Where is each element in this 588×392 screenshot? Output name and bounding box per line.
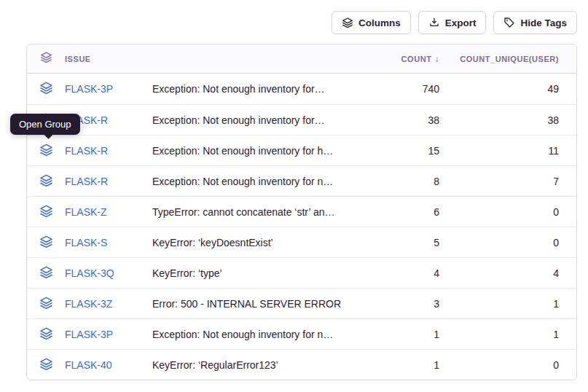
open-group-button[interactable] [38,203,55,222]
group-icon-cell [27,233,65,252]
issue-key-link[interactable]: FLASK-40 [65,359,152,371]
columns-button[interactable]: Columns [332,11,411,34]
count-unique-value: 0 [454,237,576,248]
open-group-button[interactable] [38,172,55,191]
issue-title: Exception: Not enough inventory for n… [152,329,372,340]
issue-title: KeyError: ‘RegularError123’ [152,359,372,371]
stack-layers-icon [40,51,52,66]
group-icon-cell [27,264,65,283]
table-row: FLASK-R Exception: Not enough inventory … [27,165,576,196]
count-value: 15 [372,145,454,157]
issue-key-link[interactable]: FLASK-3Z [65,298,152,310]
issue-key-link[interactable]: FLASK-Z [65,206,152,218]
open-group-button[interactable] [38,325,55,344]
count-unique-column-header: COUNT_UNIQUE(USER) [454,55,576,63]
count-header-label: COUNT [401,55,432,63]
issue-title: KeyError: ‘keyDoesntExist’ [152,237,372,248]
issue-key-link[interactable]: FLASK-S [65,237,152,248]
sort-descending-icon: ↓ [434,54,439,64]
table-row: FLASK-R Exception: Not enough inventory … [27,104,576,135]
tag-icon [503,17,515,28]
open-group-tooltip: Open Group [10,114,80,135]
count-value: 8 [372,176,454,187]
count-unique-value: 1 [454,329,576,340]
issue-title: TypeError: cannot concatenate ‘str’ an… [152,206,372,218]
table-body: FLASK-3P Exception: Not enough inventory… [27,74,576,380]
stack-layers-icon [39,296,53,312]
count-value: 1 [372,329,454,340]
count-unique-value: 11 [454,145,576,157]
issue-title: Exception: Not enough inventory for h… [152,145,372,157]
issue-key-link[interactable]: FLASK-R [65,176,152,187]
count-value: 4 [372,267,454,279]
count-unique-value: 7 [454,176,576,187]
count-unique-value: 49 [454,83,576,95]
stack-layers-icon [39,173,53,189]
open-group-button[interactable] [38,264,55,283]
open-group-button[interactable] [38,233,55,252]
count-value: 38 [372,114,454,126]
table-row: FLASK-3Q KeyError: ‘type’ 4 4 [27,257,576,288]
issue-title: Error: 500 - INTERNAL SERVER ERROR [152,298,372,310]
table-row: FLASK-40 KeyError: ‘RegularError123’ 1 0 [27,349,576,380]
stack-layers-icon [39,143,53,159]
table-row: FLASK-3P Exception: Not enough inventory… [27,74,576,104]
group-icon-cell [27,356,65,375]
hide-tags-button-label: Hide Tags [520,17,567,28]
count-value: 1 [372,359,454,371]
table-row: FLASK-3Z Error: 500 - INTERNAL SERVER ER… [27,288,576,318]
stack-layers-icon [39,357,53,373]
export-button[interactable]: Export [418,11,487,34]
issue-key-link[interactable]: FLASK-3Q [65,267,152,279]
count-value: 3 [372,298,454,310]
stack-layers-icon [39,265,53,281]
table-toolbar: Columns Export Hide Tags [332,11,577,34]
issue-title: Exception: Not enough inventory for… [152,114,372,126]
table-row: FLASK-3P Exception: Not enough inventory… [27,318,576,349]
open-group-button[interactable] [38,356,55,375]
table-header-row: ISSUE COUNT ↓ COUNT_UNIQUE(USER) [27,44,576,74]
open-group-button[interactable] [38,294,55,313]
open-group-tooltip-label: Open Group [19,119,71,130]
stack-layers-icon [39,204,53,220]
count-unique-value: 0 [454,206,576,218]
count-unique-value: 38 [454,114,576,126]
table-row: FLASK-S KeyError: ‘keyDoesntExist’ 5 0 [27,227,576,257]
issue-title: Exception: Not enough inventory for n… [152,176,372,187]
group-icon-cell [27,203,65,222]
open-group-button[interactable] [38,141,55,160]
open-group-button[interactable] [38,79,55,98]
stack-layers-icon [342,17,353,28]
group-icon-cell [27,79,65,98]
stack-layers-icon [39,326,53,342]
count-value: 6 [372,206,454,218]
export-button-label: Export [445,17,477,28]
issue-column-header: ISSUE [65,55,152,63]
stack-layers-icon [39,235,53,251]
columns-button-label: Columns [358,17,401,28]
group-icon-cell [27,294,65,313]
group-icon-cell [27,172,65,191]
count-value: 5 [372,237,454,248]
group-icon-cell [27,141,65,160]
issue-key-link[interactable]: FLASK-3P [65,329,152,340]
stack-layers-icon [39,81,53,97]
table-row: FLASK-R Exception: Not enough inventory … [27,135,576,165]
issue-title: KeyError: ‘type’ [152,267,372,279]
count-value: 740 [372,83,454,95]
table-row: FLASK-Z TypeError: cannot concatenate ‘s… [27,196,576,227]
issue-title: Exception: Not enough inventory for… [152,83,372,95]
issue-header-icon-cell [27,51,65,66]
count-unique-value: 4 [454,267,576,279]
issue-key-link[interactable]: FLASK-3P [65,83,152,95]
hide-tags-button[interactable]: Hide Tags [493,11,577,34]
results-table: ISSUE COUNT ↓ COUNT_UNIQUE(USER) FLASK-3… [26,44,577,380]
group-icon-cell [27,325,65,344]
count-column-header[interactable]: COUNT ↓ [372,54,454,64]
issue-key-link[interactable]: FLASK-R [65,145,152,157]
count-unique-value: 0 [454,359,576,371]
count-unique-value: 1 [454,298,576,310]
download-icon [428,17,440,28]
